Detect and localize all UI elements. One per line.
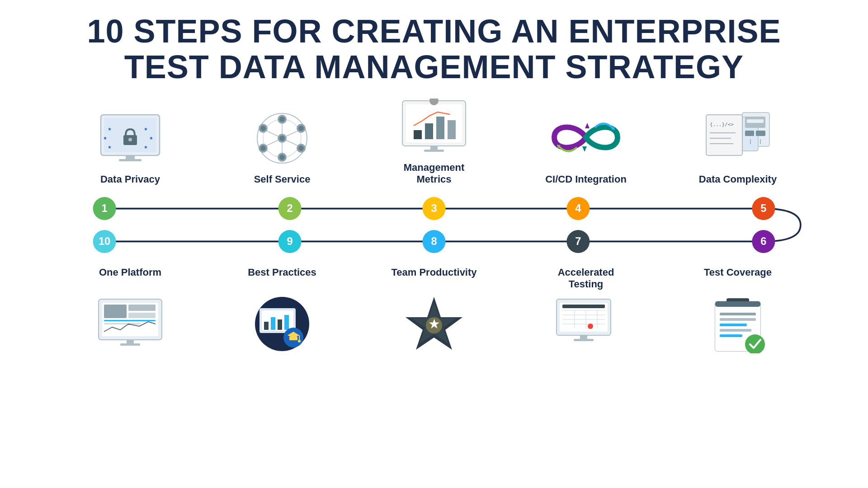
data-complexity-label: Data Complexity: [699, 174, 777, 185]
svg-rect-41: [430, 146, 438, 150]
svg-text:★: ★: [149, 136, 153, 141]
svg-rect-11: [119, 159, 142, 161]
svg-text:4: 4: [575, 202, 581, 214]
svg-rect-88: [128, 313, 156, 318]
svg-rect-121: [574, 339, 594, 341]
svg-rect-125: [715, 301, 760, 307]
svg-text:1: 1: [102, 202, 108, 214]
cicd-label: CI/CD Integration: [545, 174, 627, 185]
team-productivity-label: Team Productivity: [391, 267, 476, 278]
svg-text:★: ★: [144, 145, 148, 150]
svg-rect-92: [120, 343, 140, 346]
self-service-icon: [246, 110, 318, 169]
best-practices-label: Best Practices: [248, 267, 316, 278]
page-title: 10 STEPS FOR CREATING AN ENTERPRISE TEST…: [87, 14, 781, 85]
svg-rect-59: [747, 119, 764, 123]
svg-rect-58: [756, 131, 765, 136]
best-practices-icon: [246, 295, 318, 353]
bottom-icons-row: ★: [36, 295, 832, 358]
item-best-practices-icon-card: [237, 295, 327, 358]
svg-marker-44: [582, 146, 587, 152]
svg-rect-86: [104, 305, 127, 318]
svg-text:9: 9: [287, 235, 293, 247]
item-test-coverage: Test Coverage: [693, 267, 783, 278]
svg-text:★: ★: [103, 136, 107, 141]
svg-rect-38: [425, 123, 433, 139]
svg-rect-10: [126, 155, 135, 159]
svg-text:★: ★: [144, 127, 148, 131]
svg-line-30: [267, 131, 278, 136]
svg-point-131: [745, 334, 765, 353]
test-coverage-icon: [702, 295, 774, 353]
cicd-icon: CI CD: [550, 110, 622, 169]
bottom-labels-row: One Platform Best Practices Team Product…: [36, 267, 832, 290]
svg-text:★: ★: [108, 127, 112, 131]
svg-rect-111: [562, 305, 605, 308]
svg-text:5: 5: [760, 202, 766, 214]
svg-rect-128: [720, 324, 747, 326]
svg-rect-39: [436, 117, 444, 139]
svg-point-25: [298, 145, 304, 151]
svg-text:7: 7: [575, 235, 581, 247]
svg-point-9: [128, 138, 132, 141]
svg-text:★: ★: [108, 145, 112, 150]
svg-text:{...}/<>: {...}/<>: [710, 122, 734, 127]
svg-text:6: 6: [760, 235, 766, 247]
svg-text:CI: CI: [561, 133, 569, 142]
data-privacy-icon: ★ ★ ★ ★ ★ ★: [94, 110, 166, 169]
svg-point-27: [279, 136, 285, 141]
svg-text:3: 3: [431, 202, 437, 214]
item-management-metrics: Management Metrics: [389, 99, 479, 185]
svg-rect-98: [278, 319, 282, 330]
item-data-privacy: ★ ★ ★ ★ ★ ★ Data Privacy: [85, 110, 175, 185]
one-platform-label: One Platform: [99, 267, 161, 278]
item-accelerated-testing-icon-card: [541, 295, 631, 358]
self-service-label: Self Service: [254, 174, 311, 185]
item-accelerated-testing: Accelerated Testing: [541, 267, 631, 290]
svg-rect-89: [104, 320, 156, 321]
svg-text:2: 2: [287, 202, 293, 214]
item-cicd: CI CD CI/CD Integration: [541, 110, 631, 185]
data-complexity-icon: {...}/<>: [702, 110, 774, 169]
svg-point-17: [279, 155, 285, 160]
item-one-platform-icon-card: [85, 295, 175, 358]
top-icons-row: ★ ★ ★ ★ ★ ★ Data Privacy: [36, 99, 832, 185]
svg-text:8: 8: [431, 235, 437, 247]
item-data-complexity: {...}/<> Data Complexity: [693, 110, 783, 185]
svg-text:10: 10: [99, 235, 110, 247]
svg-rect-91: [127, 340, 134, 343]
svg-rect-130: [720, 334, 742, 337]
accelerated-testing-label: Accelerated Testing: [541, 267, 631, 290]
svg-point-23: [260, 145, 266, 151]
accelerated-testing-icon: [550, 295, 622, 353]
svg-rect-87: [128, 305, 156, 311]
svg-point-19: [260, 126, 266, 131]
svg-line-33: [267, 140, 278, 145]
item-team-productivity: Team Productivity: [389, 267, 479, 278]
svg-line-32: [286, 131, 297, 136]
svg-rect-126: [720, 313, 756, 315]
svg-rect-127: [720, 318, 756, 321]
svg-rect-40: [448, 120, 456, 139]
data-privacy-label: Data Privacy: [100, 174, 160, 185]
one-platform-icon: [94, 295, 166, 353]
item-self-service: Self Service: [237, 110, 327, 185]
test-coverage-label: Test Coverage: [704, 267, 772, 278]
svg-rect-57: [745, 131, 754, 136]
svg-point-15: [279, 117, 285, 122]
item-one-platform: One Platform: [85, 267, 175, 278]
svg-rect-37: [414, 130, 422, 139]
svg-point-21: [298, 126, 304, 131]
svg-rect-51: [706, 115, 742, 155]
svg-rect-42: [424, 150, 444, 152]
item-test-coverage-icon-card: [693, 295, 783, 358]
svg-text:★: ★: [428, 316, 440, 331]
svg-marker-43: [585, 123, 590, 128]
svg-point-119: [588, 324, 593, 329]
svg-point-104: [298, 340, 301, 343]
svg-rect-96: [264, 322, 269, 330]
item-best-practices: Best Practices: [237, 267, 327, 278]
svg-rect-90: [104, 323, 140, 324]
svg-rect-97: [271, 317, 275, 330]
diagram-container: ★ ★ ★ ★ ★ ★ Data Privacy: [36, 99, 832, 358]
